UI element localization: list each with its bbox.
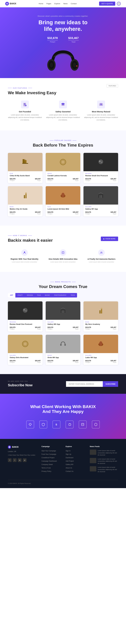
footer-news-img-1 [90, 458, 96, 463]
svg-line-42 [101, 192, 103, 194]
subscribe-left: BE ARE HERE FOR YOU Subscribe Now [8, 381, 32, 387]
svg-rect-16 [62, 104, 64, 104]
how-header: HOW IT WORKS Backix makes it easier ▶ KN… [8, 235, 118, 243]
svg-point-39 [62, 193, 64, 198]
footer-link-gallery[interactable]: Gallery MX [66, 464, 73, 466]
hero-stats: $32,678 Pledged $33,467 Target [5, 36, 121, 43]
avatar[interactable] [117, 2, 121, 6]
footer-link-signup[interactable]: Sign Up [66, 453, 71, 455]
feature-founded-desc: Lorem ipsum dolor sit amet, consectetur … [8, 114, 42, 121]
how-title: Backix makes it easier [8, 238, 53, 243]
nav-explore[interactable]: Explore [54, 2, 60, 4]
dream-name-3: Galaxy Girls Illustrated [8, 356, 42, 360]
how-step-1: Give Details With Innovative Idea Lorem … [46, 249, 80, 263]
facebook-icon[interactable]: f [8, 458, 12, 462]
features-button[interactable]: FEATURES [106, 84, 118, 88]
footer-link-company[interactable]: Company Detail [42, 464, 53, 466]
twitter-icon[interactable]: t [13, 458, 16, 462]
dream-stats-4: $32,678Pledged $35,457Target [46, 360, 80, 365]
how-tag: HOW IT WORKS [8, 235, 53, 236]
footer-link-about[interactable]: About Us [66, 467, 72, 469]
cause-card-2[interactable]: READING Review Small One Postcard $32,67… [84, 153, 118, 183]
causes-tag: POPULAR CAUSES [8, 140, 118, 141]
filter-photography[interactable]: PHOTOGRAPHY [52, 293, 68, 298]
dream-card-3[interactable]: GALLERY Galaxy Girls Illustrated $32,678… [8, 335, 42, 365]
footer-explore-links: Sign In Sign Up Dashboard Add Project Ga… [66, 450, 84, 472]
footer-link-signin[interactable]: Sign In [66, 450, 70, 452]
footer-link-add-project[interactable]: Add Project [66, 460, 74, 462]
footer-link-privacy[interactable]: Privacy Policy [42, 470, 51, 472]
dream-cat-5: GALLERY [84, 353, 118, 356]
svg-text:S: S [56, 423, 57, 426]
svg-rect-43 [100, 195, 100, 198]
cause-card-5[interactable]: GALLERY Gallery MY App $32,678Pledged $3… [84, 186, 118, 216]
cause-card-3[interactable]: BOOK Medico City Art Guide $32,678Pledge… [8, 186, 42, 216]
filter-music[interactable]: MUSIC [43, 293, 52, 298]
nav-pages[interactable]: Pages [46, 2, 51, 4]
dream-section: MAKE PROJECTS Your Dream Comes True ART … [0, 272, 126, 374]
footer-link-terms[interactable]: Terms of Use [42, 467, 51, 469]
svg-rect-59 [100, 310, 100, 314]
svg-point-4 [50, 62, 53, 67]
hero-stat-target: $33,467 Target [68, 36, 79, 43]
cause-name-3: Medico City Art Guide [8, 208, 42, 211]
svg-point-50 [102, 252, 102, 252]
cause-stats-2: $32,678Pledged $35,457Target [84, 178, 118, 183]
svg-rect-57 [62, 310, 63, 313]
svg-marker-69 [29, 423, 32, 426]
cause-cat-1: MUSIC [46, 171, 80, 175]
footer-link-fund[interactable]: Fund Your Campaign [42, 453, 56, 455]
linkedin-icon[interactable]: in [18, 458, 22, 462]
dream-card-0[interactable]: READING Review Small One Postcard $32,67… [8, 302, 42, 332]
svg-point-53 [25, 310, 27, 312]
nav-home[interactable]: Home [39, 2, 43, 4]
dream-card-4[interactable]: MUSIC Orolo MX App $32,678Pledged $35,45… [46, 335, 80, 365]
svg-rect-65 [60, 344, 62, 346]
nav-news[interactable]: News [63, 2, 68, 4]
dream-card-5[interactable]: GALLERY Ladur MX App $32,678Pledged $35,… [84, 335, 118, 365]
dream-stats-3: $32,678Pledged $35,457Target [8, 360, 42, 365]
dream-name-0: Review Small One Postcard [8, 323, 42, 326]
dream-card-1[interactable]: GALLERY Gallery MX App $32,678Pledged $3… [46, 302, 80, 332]
testimonial-title: What Client Working With BAKIXAnd They A… [8, 404, 118, 414]
subscribe-button[interactable]: SUBSCRIBE [103, 381, 118, 387]
dream-stats-0: $32,678Pledged $35,457Target [8, 326, 42, 332]
hero-section: Discover what's possible when a communit… [0, 7, 126, 78]
filter-tech[interactable]: TECH [68, 293, 77, 298]
dream-cat-1: GALLERY [46, 320, 80, 323]
footer-logo-icon [8, 446, 11, 448]
footer-link-start[interactable]: Start Your Campaign [42, 450, 56, 452]
svg-rect-66 [64, 344, 66, 346]
nav-contact[interactable]: Contact [71, 2, 77, 4]
footer-link-exp-dashboard[interactable]: Dashboard [66, 457, 73, 458]
filter-craft[interactable]: CRAFT [15, 293, 25, 298]
hero-title: Bring new ideas tolife, anywhere. [5, 19, 121, 32]
dream-card-2[interactable]: BOOK My Hero Academy $32,678Pledged $35,… [84, 302, 118, 332]
cause-card-0[interactable]: FILM Chita All My Sucks Band $32,678Pled… [8, 153, 42, 183]
footer-link-dashboard[interactable]: Campaign Dashboard [42, 460, 57, 462]
get-quote-button[interactable]: GET A QUOTE [99, 2, 115, 6]
cause-name-1: Cordell Latinos Korvala [46, 175, 80, 178]
know-more-button[interactable]: ▶ KNOW MORE [101, 236, 118, 241]
footer-link-contact[interactable]: Contact Us [66, 470, 73, 472]
cause-card-4[interactable]: FILM Lorem Ipsum Sit Dolo Mild $32,678Pl… [46, 186, 80, 216]
svg-point-1 [7, 3, 8, 4]
dream-name-1: Gallery MX App [46, 323, 80, 326]
features-section: OUR FEATURES FEATURES We Make Investing … [0, 78, 126, 130]
svg-rect-19 [63, 103, 64, 104]
svg-point-17 [62, 104, 64, 105]
filter-art[interactable]: ART [8, 293, 15, 298]
filter-film[interactable]: FILM [35, 293, 43, 298]
subscribe-input[interactable] [66, 381, 103, 387]
dream-cat-0: READING [8, 320, 42, 323]
cause-card-1[interactable]: MUSIC Cordell Latinos Korvala $32,678Ple… [46, 153, 80, 183]
svg-rect-12 [24, 104, 25, 105]
footer-logo: BAKIX [8, 446, 36, 448]
youtube-icon[interactable]: yt [23, 458, 26, 462]
svg-rect-26 [22, 163, 28, 164]
feature-money: $ Most Money Raised Lorem ipsum dolor si… [84, 100, 118, 121]
footer-bottom: © 2024 BAKIX. All Rights Reserved. [8, 480, 118, 484]
filter-design[interactable]: DESIGN [25, 293, 35, 298]
play-icon: ▶ [104, 238, 104, 240]
footer-link-crowdfund[interactable]: Crowdfund Project [42, 457, 54, 458]
